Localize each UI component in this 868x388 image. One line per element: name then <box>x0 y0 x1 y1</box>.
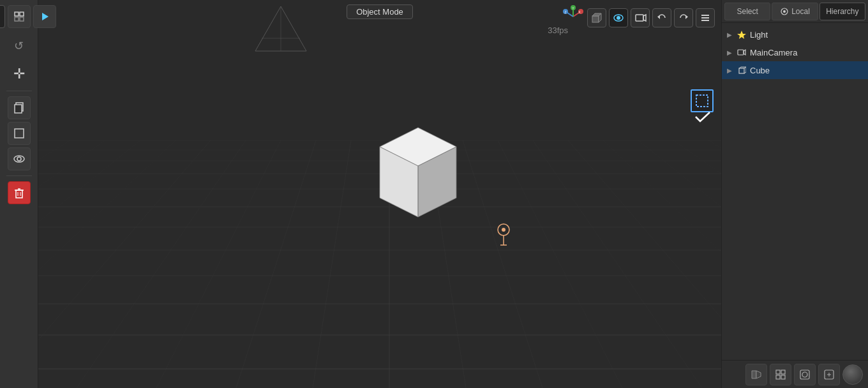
svg-point-89 <box>783 10 786 13</box>
viewport-top-right: X Y Z <box>562 5 715 30</box>
trash-btn[interactable] <box>8 181 31 204</box>
bottom-right-toolbar <box>722 360 868 388</box>
camera-arrow: ▶ <box>727 49 732 56</box>
toolbar-top-group <box>0 5 56 28</box>
layers-btn[interactable] <box>794 364 816 385</box>
svg-rect-8 <box>15 105 22 113</box>
effects-btn[interactable] <box>818 364 840 385</box>
render-eye-icon <box>612 11 625 24</box>
svg-marker-100 <box>756 371 761 378</box>
local-icon <box>780 7 789 16</box>
effects-icon <box>823 368 835 381</box>
svg-rect-102 <box>781 370 785 374</box>
frame-icon <box>13 127 26 140</box>
check-icon <box>694 110 711 123</box>
svg-marker-6 <box>42 13 49 20</box>
camera-label: MainCamera <box>750 48 797 57</box>
svg-rect-93 <box>739 68 744 73</box>
hierarchy-item-maincamera[interactable]: ▶ MainCamera <box>722 43 868 61</box>
scene-btn[interactable] <box>8 5 31 28</box>
menu-btn[interactable] <box>696 8 715 27</box>
camera-view-btn[interactable] <box>631 8 650 27</box>
move-btn[interactable]: ✛ <box>8 63 31 86</box>
axes-gizmo-icon: X Y Z <box>562 5 585 28</box>
separator2 <box>6 175 32 176</box>
svg-rect-5 <box>20 17 24 21</box>
selection-check <box>693 110 712 124</box>
svg-rect-104 <box>781 375 785 379</box>
hierarchy-list: ▶ Light ▶ MainCamera ▶ <box>722 23 868 360</box>
object-mode-badge[interactable]: Object Mode <box>347 4 413 19</box>
selection-box-icon <box>694 93 710 108</box>
svg-text:Z: Z <box>564 10 566 14</box>
svg-rect-91 <box>738 50 744 55</box>
light-arrow: ▶ <box>727 31 732 38</box>
svg-point-68 <box>617 16 620 20</box>
trash-icon <box>13 186 26 199</box>
scene-icon <box>13 11 25 22</box>
3d-cube <box>357 115 479 236</box>
svg-marker-71 <box>657 15 660 19</box>
scene-view-btn[interactable] <box>745 364 767 385</box>
svg-rect-3 <box>20 12 24 16</box>
cube-arrow: ▶ <box>727 67 732 74</box>
redo-icon <box>678 12 689 24</box>
svg-line-51 <box>281 6 306 51</box>
camera-icon <box>634 11 647 24</box>
axes-gizmo[interactable]: X Y Z <box>562 5 585 30</box>
svg-rect-69 <box>636 15 643 21</box>
grid-view-btn[interactable] <box>770 364 791 385</box>
svg-marker-70 <box>643 15 646 21</box>
right-panel: Select Local Hierarchy ▶ Light <box>721 0 868 388</box>
play-icon <box>39 11 50 22</box>
undo-icon <box>656 12 668 24</box>
separator1 <box>6 91 32 91</box>
svg-rect-101 <box>776 370 780 374</box>
play-btn[interactable] <box>33 5 56 28</box>
copy-icon <box>13 101 26 114</box>
light-type-icon <box>737 30 746 39</box>
hierarchy-item-cube[interactable]: ▶ Cube <box>722 61 868 79</box>
copy-btn[interactable] <box>8 96 31 119</box>
undo-btn[interactable] <box>652 8 671 27</box>
svg-marker-72 <box>685 15 688 19</box>
eye-icon <box>12 152 26 166</box>
camera-wireframe <box>217 0 345 77</box>
origin-marker <box>495 223 513 250</box>
hamburger-icon <box>700 12 711 24</box>
svg-point-11 <box>17 157 21 161</box>
refresh-btn[interactable]: ↺ <box>8 34 31 57</box>
svg-marker-99 <box>752 371 756 378</box>
object-mode-label: Object Mode <box>356 7 403 17</box>
view-cube-icon <box>590 11 604 25</box>
select-btn[interactable]: Select <box>724 3 770 20</box>
viewport[interactable]: Object Mode 33fps X Y <box>38 0 721 388</box>
origin-icon <box>495 223 513 246</box>
refresh-icon: ↺ <box>14 39 24 53</box>
selection-box-btn[interactable] <box>691 89 714 112</box>
cube-type-icon <box>737 66 746 75</box>
redo-btn[interactable] <box>674 8 693 27</box>
frame-btn[interactable] <box>8 122 31 145</box>
sphere-btn[interactable] <box>842 364 863 385</box>
left-toolbar: ↺ ✛ <box>0 0 38 388</box>
grid-view-icon <box>774 368 787 381</box>
layers-icon <box>798 368 811 381</box>
blender-logo-btn[interactable] <box>0 5 5 28</box>
scene-view-icon <box>750 368 763 381</box>
render-mode-btn[interactable] <box>609 8 628 27</box>
eye-btn[interactable] <box>8 147 31 170</box>
svg-rect-2 <box>15 12 19 16</box>
hierarchy-label: Hierarchy <box>826 7 858 16</box>
hierarchy-btn[interactable]: Hierarchy <box>819 3 865 20</box>
hierarchy-item-light[interactable]: ▶ Light <box>722 26 868 43</box>
svg-rect-76 <box>696 95 708 107</box>
select-label: Select <box>737 7 758 16</box>
move-icon: ✛ <box>13 66 25 82</box>
svg-line-50 <box>255 6 281 51</box>
local-btn[interactable]: Local <box>772 3 818 20</box>
svg-point-85 <box>502 228 505 232</box>
main-container: ↺ ✛ <box>0 0 868 388</box>
view-cube-btn[interactable] <box>587 8 606 27</box>
svg-point-106 <box>802 372 807 377</box>
